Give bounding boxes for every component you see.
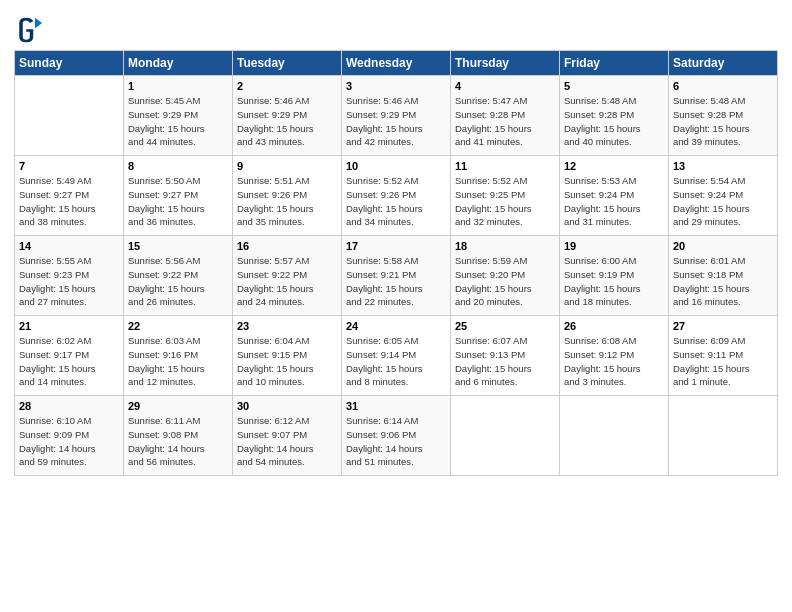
header [14,12,778,44]
calendar-cell: 7Sunrise: 5:49 AMSunset: 9:27 PMDaylight… [15,156,124,236]
day-info: Sunrise: 6:05 AMSunset: 9:14 PMDaylight:… [346,334,446,389]
logo-icon [14,16,42,44]
day-number: 1 [128,80,228,92]
calendar-cell: 8Sunrise: 5:50 AMSunset: 9:27 PMDaylight… [124,156,233,236]
calendar-cell: 11Sunrise: 5:52 AMSunset: 9:25 PMDayligh… [451,156,560,236]
day-number: 17 [346,240,446,252]
calendar-cell: 30Sunrise: 6:12 AMSunset: 9:07 PMDayligh… [233,396,342,476]
day-number: 9 [237,160,337,172]
day-number: 15 [128,240,228,252]
day-number: 11 [455,160,555,172]
day-info: Sunrise: 5:48 AMSunset: 9:28 PMDaylight:… [564,94,664,149]
day-number: 6 [673,80,773,92]
day-number: 8 [128,160,228,172]
day-info: Sunrise: 5:50 AMSunset: 9:27 PMDaylight:… [128,174,228,229]
day-info: Sunrise: 5:49 AMSunset: 9:27 PMDaylight:… [19,174,119,229]
day-number: 14 [19,240,119,252]
calendar-cell: 14Sunrise: 5:55 AMSunset: 9:23 PMDayligh… [15,236,124,316]
day-info: Sunrise: 5:51 AMSunset: 9:26 PMDaylight:… [237,174,337,229]
day-info: Sunrise: 6:02 AMSunset: 9:17 PMDaylight:… [19,334,119,389]
weekday-header-row: SundayMondayTuesdayWednesdayThursdayFrid… [15,51,778,76]
calendar-cell: 19Sunrise: 6:00 AMSunset: 9:19 PMDayligh… [560,236,669,316]
calendar-cell: 4Sunrise: 5:47 AMSunset: 9:28 PMDaylight… [451,76,560,156]
day-number: 7 [19,160,119,172]
day-info: Sunrise: 5:54 AMSunset: 9:24 PMDaylight:… [673,174,773,229]
day-number: 2 [237,80,337,92]
calendar-cell: 26Sunrise: 6:08 AMSunset: 9:12 PMDayligh… [560,316,669,396]
calendar-cell: 24Sunrise: 6:05 AMSunset: 9:14 PMDayligh… [342,316,451,396]
day-info: Sunrise: 6:01 AMSunset: 9:18 PMDaylight:… [673,254,773,309]
day-info: Sunrise: 6:08 AMSunset: 9:12 PMDaylight:… [564,334,664,389]
day-number: 26 [564,320,664,332]
calendar-cell: 28Sunrise: 6:10 AMSunset: 9:09 PMDayligh… [15,396,124,476]
day-info: Sunrise: 6:09 AMSunset: 9:11 PMDaylight:… [673,334,773,389]
day-number: 10 [346,160,446,172]
calendar-cell: 27Sunrise: 6:09 AMSunset: 9:11 PMDayligh… [669,316,778,396]
calendar-cell: 31Sunrise: 6:14 AMSunset: 9:06 PMDayligh… [342,396,451,476]
calendar-cell: 15Sunrise: 5:56 AMSunset: 9:22 PMDayligh… [124,236,233,316]
day-info: Sunrise: 5:56 AMSunset: 9:22 PMDaylight:… [128,254,228,309]
day-info: Sunrise: 5:52 AMSunset: 9:25 PMDaylight:… [455,174,555,229]
day-number: 5 [564,80,664,92]
week-row-3: 14Sunrise: 5:55 AMSunset: 9:23 PMDayligh… [15,236,778,316]
calendar-cell: 22Sunrise: 6:03 AMSunset: 9:16 PMDayligh… [124,316,233,396]
day-number: 30 [237,400,337,412]
calendar-cell: 25Sunrise: 6:07 AMSunset: 9:13 PMDayligh… [451,316,560,396]
weekday-header-sunday: Sunday [15,51,124,76]
day-number: 24 [346,320,446,332]
day-info: Sunrise: 5:45 AMSunset: 9:29 PMDaylight:… [128,94,228,149]
calendar-cell: 3Sunrise: 5:46 AMSunset: 9:29 PMDaylight… [342,76,451,156]
calendar-cell: 13Sunrise: 5:54 AMSunset: 9:24 PMDayligh… [669,156,778,236]
page-container: SundayMondayTuesdayWednesdayThursdayFrid… [0,0,792,612]
calendar-cell: 1Sunrise: 5:45 AMSunset: 9:29 PMDaylight… [124,76,233,156]
day-info: Sunrise: 5:46 AMSunset: 9:29 PMDaylight:… [237,94,337,149]
calendar-cell: 6Sunrise: 5:48 AMSunset: 9:28 PMDaylight… [669,76,778,156]
calendar-cell: 23Sunrise: 6:04 AMSunset: 9:15 PMDayligh… [233,316,342,396]
day-info: Sunrise: 6:11 AMSunset: 9:08 PMDaylight:… [128,414,228,469]
calendar-cell: 9Sunrise: 5:51 AMSunset: 9:26 PMDaylight… [233,156,342,236]
calendar-cell [15,76,124,156]
day-info: Sunrise: 6:00 AMSunset: 9:19 PMDaylight:… [564,254,664,309]
day-info: Sunrise: 5:47 AMSunset: 9:28 PMDaylight:… [455,94,555,149]
calendar-cell: 29Sunrise: 6:11 AMSunset: 9:08 PMDayligh… [124,396,233,476]
day-info: Sunrise: 5:53 AMSunset: 9:24 PMDaylight:… [564,174,664,229]
day-info: Sunrise: 6:04 AMSunset: 9:15 PMDaylight:… [237,334,337,389]
weekday-header-wednesday: Wednesday [342,51,451,76]
day-info: Sunrise: 5:52 AMSunset: 9:26 PMDaylight:… [346,174,446,229]
day-info: Sunrise: 5:48 AMSunset: 9:28 PMDaylight:… [673,94,773,149]
day-number: 23 [237,320,337,332]
week-row-2: 7Sunrise: 5:49 AMSunset: 9:27 PMDaylight… [15,156,778,236]
day-number: 4 [455,80,555,92]
day-info: Sunrise: 5:57 AMSunset: 9:22 PMDaylight:… [237,254,337,309]
day-info: Sunrise: 6:12 AMSunset: 9:07 PMDaylight:… [237,414,337,469]
week-row-4: 21Sunrise: 6:02 AMSunset: 9:17 PMDayligh… [15,316,778,396]
day-number: 13 [673,160,773,172]
day-number: 21 [19,320,119,332]
day-info: Sunrise: 6:10 AMSunset: 9:09 PMDaylight:… [19,414,119,469]
day-number: 29 [128,400,228,412]
calendar-table: SundayMondayTuesdayWednesdayThursdayFrid… [14,50,778,476]
calendar-cell: 18Sunrise: 5:59 AMSunset: 9:20 PMDayligh… [451,236,560,316]
day-number: 20 [673,240,773,252]
week-row-5: 28Sunrise: 6:10 AMSunset: 9:09 PMDayligh… [15,396,778,476]
day-number: 18 [455,240,555,252]
day-number: 27 [673,320,773,332]
weekday-header-tuesday: Tuesday [233,51,342,76]
day-number: 22 [128,320,228,332]
day-info: Sunrise: 6:07 AMSunset: 9:13 PMDaylight:… [455,334,555,389]
day-number: 16 [237,240,337,252]
day-info: Sunrise: 5:55 AMSunset: 9:23 PMDaylight:… [19,254,119,309]
day-number: 12 [564,160,664,172]
calendar-cell [560,396,669,476]
weekday-header-friday: Friday [560,51,669,76]
calendar-cell: 2Sunrise: 5:46 AMSunset: 9:29 PMDaylight… [233,76,342,156]
day-info: Sunrise: 5:58 AMSunset: 9:21 PMDaylight:… [346,254,446,309]
calendar-cell: 10Sunrise: 5:52 AMSunset: 9:26 PMDayligh… [342,156,451,236]
calendar-cell: 17Sunrise: 5:58 AMSunset: 9:21 PMDayligh… [342,236,451,316]
day-number: 31 [346,400,446,412]
day-number: 25 [455,320,555,332]
day-info: Sunrise: 6:03 AMSunset: 9:16 PMDaylight:… [128,334,228,389]
calendar-cell: 12Sunrise: 5:53 AMSunset: 9:24 PMDayligh… [560,156,669,236]
calendar-cell: 16Sunrise: 5:57 AMSunset: 9:22 PMDayligh… [233,236,342,316]
day-number: 28 [19,400,119,412]
